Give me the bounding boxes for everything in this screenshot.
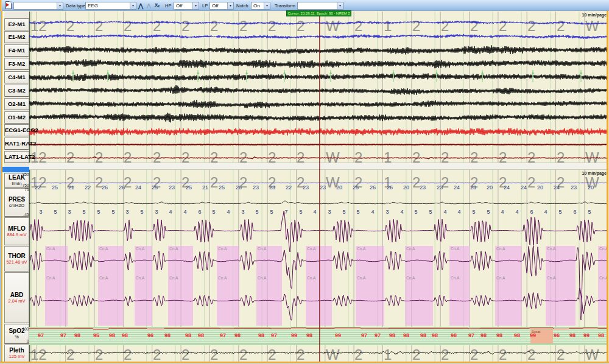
svg-text:96: 96 [147,332,153,338]
svg-text:23: 23 [269,184,275,191]
svg-text:2: 2 [239,18,247,34]
svg-text:Cn.A: Cn.A [99,276,108,280]
svg-text:W: W [585,149,599,166]
svg-text:5: 5 [558,209,561,215]
svg-text:98: 98 [420,332,426,338]
svg-text:A: A [580,71,582,75]
svg-text:97: 97 [375,332,381,338]
svg-text:3: 3 [241,209,244,215]
svg-text:24: 24 [504,184,510,191]
svg-text:Cn.A: Cn.A [218,247,227,251]
svg-text:Cn.A: Cn.A [451,247,460,251]
svg-text:98: 98 [164,332,171,338]
svg-text:5: 5 [588,209,591,215]
svg-text:2: 2 [181,346,189,363]
svg-text:23: 23 [169,184,175,191]
svg-text:96: 96 [554,332,560,338]
svg-text:2: 2 [124,18,132,34]
svg-text:2: 2 [297,346,304,363]
svg-text:2: 2 [210,149,218,166]
svg-text:99: 99 [583,332,590,338]
svg-text:26: 26 [370,184,376,191]
svg-text:5: 5 [140,209,143,215]
svg-text:3: 3 [39,209,42,215]
svg-text:25: 25 [353,184,359,191]
svg-text:23: 23 [420,184,426,191]
svg-text:98: 98 [234,332,241,338]
svg-text:2: 2 [441,18,449,34]
svg-text:2: 2 [95,346,103,363]
svg-text:2: 2 [181,149,189,166]
svg-text:2: 2 [239,149,247,166]
svg-text:98: 98 [451,332,457,338]
svg-text:4: 4 [169,209,172,215]
svg-text:1: 1 [384,346,392,363]
svg-text:Cn.A: Cn.A [136,276,145,280]
svg-text:2: 2 [354,346,362,363]
svg-text:2: 2 [499,346,507,363]
svg-text:Cn.A: Cn.A [258,276,267,280]
svg-text:2: 2 [354,149,362,166]
svg-text:7: 7 [284,209,287,215]
svg-text:2: 2 [181,18,189,34]
svg-text:5: 5 [255,209,258,215]
svg-text:5: 5 [429,209,432,215]
svg-text:22: 22 [35,184,41,191]
svg-text:Cn.A: Cn.A [406,276,415,280]
svg-text:5: 5 [54,209,57,215]
svg-text:2: 2 [557,149,565,166]
svg-text:Cn.A: Cn.A [99,247,108,251]
svg-text:98: 98 [122,332,128,338]
svg-text:2: 2 [66,149,74,166]
svg-text:2: 2 [499,18,507,34]
svg-text:2: 2 [412,149,420,166]
svg-text:25: 25 [52,184,58,191]
svg-text:5: 5 [487,209,490,215]
svg-text:1: 1 [384,18,392,34]
svg-text:Cn.A: Cn.A [218,276,227,280]
svg-text:5: 5 [356,209,359,215]
svg-text:97: 97 [60,332,66,338]
svg-text:A: A [245,71,248,75]
svg-text:98: 98 [389,332,395,338]
svg-text:Cn.A: Cn.A [547,276,556,280]
svg-text:24: 24 [554,184,560,191]
svg-text:A: A [107,71,109,75]
svg-text:97: 97 [468,332,474,338]
svg-text:2: 2 [354,18,362,34]
svg-text:4: 4 [544,209,547,215]
svg-text:97: 97 [220,332,226,338]
svg-text:Cn.A: Cn.A [451,276,460,280]
svg-text:Cn.A: Cn.A [496,247,505,251]
svg-text:5: 5 [82,209,85,215]
svg-text:99: 99 [291,332,297,338]
svg-text:20: 20 [588,184,594,191]
svg-text:98: 98 [198,332,204,338]
svg-text:21: 21 [68,184,74,191]
svg-text:98: 98 [496,332,502,338]
svg-text:A: A [392,71,395,75]
svg-text:4: 4 [183,209,186,215]
svg-text:97: 97 [361,332,367,338]
svg-text:5: 5 [111,209,114,215]
svg-text:6: 6 [198,209,201,215]
svg-text:98: 98 [185,332,191,338]
svg-text:2: 2 [557,346,565,363]
svg-text:Cn.A: Cn.A [357,276,366,280]
svg-text:1: 1 [384,149,392,166]
svg-text:26: 26 [102,184,108,191]
svg-text:4: 4 [400,209,403,215]
svg-text:Cn.A: Cn.A [307,247,316,251]
svg-text:23: 23 [320,184,326,191]
svg-text:4: 4 [457,209,460,215]
svg-text:2: 2 [66,18,74,34]
svg-text:2: 2 [470,149,478,166]
svg-text:A: A [329,71,332,75]
svg-text:2: 2 [527,346,535,363]
svg-text:2: 2 [557,18,565,34]
svg-text:Cn.A: Cn.A [169,247,178,251]
svg-text:98: 98 [306,332,312,338]
svg-text:4: 4 [443,209,446,215]
svg-text:10 min/page: 10 min/page [582,171,607,176]
svg-text:2: 2 [441,346,449,363]
